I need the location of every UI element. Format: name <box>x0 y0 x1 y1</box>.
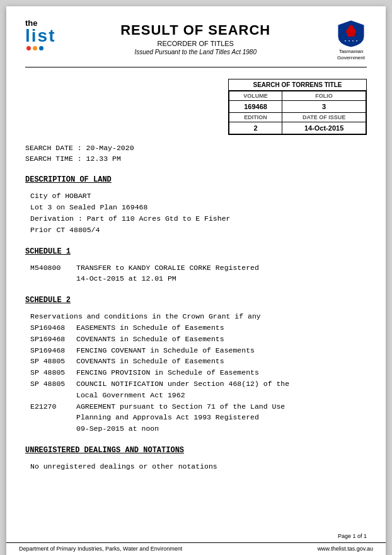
header-right: ★ ★ ★ ★ TasmanianGovernment <box>335 19 367 62</box>
sched2-row-9: Planning and Approvals Act 1993 Register… <box>30 412 367 423</box>
tas-gov-text: TasmanianGovernment <box>337 49 365 62</box>
sched2-row-4: SP 48805 COVENANTS in Schedule of Easeme… <box>30 356 367 367</box>
description-content: City of HOBART Lot 3 on Sealed Plan 1694… <box>25 190 367 235</box>
volume-label: VOLUME <box>229 91 282 100</box>
schedule2-title: SCHEDULE 2 <box>25 295 367 306</box>
folio-value: 3 <box>282 100 366 112</box>
sched2-desc-2: COVENANTS in Schedule of Easements <box>76 334 367 345</box>
sched2-desc-6: COUNCIL NOTIFICATION under Section 468(1… <box>76 378 367 390</box>
sched2-row-5: SP 48805 FENCING PROVISION in Schedule o… <box>30 367 367 378</box>
sched2-row-8: E21270 AGREEMENT pursuant to Section 71 … <box>30 401 367 412</box>
page-number: Page 1 of 1 <box>338 533 367 539</box>
sched2-id-5: SP 48805 <box>30 367 71 378</box>
header-left: the list <box>25 19 55 50</box>
search-time: SEARCH TIME : 12.33 PM <box>25 153 367 164</box>
torrens-title: SEARCH OF TORRENS TITLE <box>229 79 366 91</box>
description-title: DESCRIPTION OF LAND <box>25 174 367 185</box>
schedule1-title: SCHEDULE 1 <box>25 246 367 257</box>
sched2-row-6: SP 48805 COUNCIL NOTIFICATION under Sect… <box>30 378 367 390</box>
svg-text:★ ★ ★ ★: ★ ★ ★ ★ <box>344 39 357 43</box>
sched2-row-7: Local Government Act 1962 <box>30 390 367 401</box>
desc-line-4: Prior CT 48805/4 <box>30 225 367 236</box>
folio-label: FOLIO <box>282 91 366 100</box>
schedule1-section: SCHEDULE 1 M540800 TRANSFER to KANDY COR… <box>25 246 367 285</box>
date-issue-label: DATE OF ISSUE <box>282 112 366 122</box>
desc-line-1: City of HOBART <box>30 190 367 202</box>
date-issue-value: 14-Oct-2015 <box>282 122 366 134</box>
sched2-row-0: Reservations and conditions in the Crown… <box>30 311 367 322</box>
schedule1-desc: TRANSFER to KANDY CORALIE CORKE Register… <box>76 262 367 274</box>
sched2-id-2: SP169468 <box>30 334 71 345</box>
tas-gov-emblem: ★ ★ ★ ★ <box>335 19 367 47</box>
logo-dot-orange <box>33 46 37 50</box>
edition-label: EDITION <box>229 112 282 122</box>
schedule2-section: SCHEDULE 2 Reservations and conditions i… <box>25 295 367 435</box>
description-section: DESCRIPTION OF LAND City of HOBART Lot 3… <box>25 174 367 235</box>
sched2-desc-5: FENCING PROVISION in Schedule of Easemen… <box>76 367 367 378</box>
footer-right: www.thelist.tas.gov.au <box>318 546 373 552</box>
header-subtitle: RECORDER OF TITLES <box>158 40 234 47</box>
schedule1-row: M540800 TRANSFER to KANDY CORALIE CORKE … <box>30 262 367 274</box>
sched2-desc-4: COVENANTS in Schedule of Easements <box>76 356 367 367</box>
desc-line-2: Lot 3 on Sealed Plan 169468 <box>30 202 367 213</box>
desc-line-3: Derivation : Part of 110 Acres Gtd to E … <box>30 213 367 225</box>
sched2-id-4: SP 48805 <box>30 356 71 367</box>
unregistered-title: UNREGISTERED DEALINGS AND NOTATIONS <box>25 445 367 456</box>
schedule1-id: M540800 <box>30 262 71 274</box>
edition-value: 2 <box>229 122 282 134</box>
svg-point-1 <box>349 25 354 30</box>
header-issued: Issued Pursuant to the Land Titles Act 1… <box>134 49 257 56</box>
volume-value: 169468 <box>229 100 282 112</box>
sched2-id-6: SP 48805 <box>30 378 71 390</box>
schedule2-content: Reservations and conditions in the Crown… <box>25 311 367 435</box>
sched2-id-3: SP169468 <box>30 345 71 356</box>
main-content: SEARCH DATE : 20-May-2020 SEARCH TIME : … <box>25 143 367 472</box>
logo-dot-blue <box>39 46 43 50</box>
sched2-row-1: SP169468 EASEMENTS in Schedule of Easeme… <box>30 322 367 334</box>
torrens-box: SEARCH OF TORRENS TITLE VOLUME FOLIO 169… <box>228 79 367 135</box>
sched2-id-1: SP169468 <box>30 322 71 334</box>
sched2-row-2: SP169468 COVENANTS in Schedule of Easeme… <box>30 334 367 345</box>
sched2-id-8: E21270 <box>30 401 71 412</box>
tas-gov-logo: ★ ★ ★ ★ TasmanianGovernment <box>335 19 367 62</box>
sched2-desc-3: FENCING COVENANT in Schedule of Easement… <box>76 345 367 356</box>
unregistered-content: No unregistered dealings or other notati… <box>25 461 367 472</box>
torrens-table: VOLUME FOLIO 169468 3 EDITION DATE OF IS… <box>229 91 366 134</box>
logo-dots <box>25 46 43 50</box>
unregistered-text: No unregistered dealings or other notati… <box>30 461 367 472</box>
unregistered-section: UNREGISTERED DEALINGS AND NOTATIONS No u… <box>25 445 367 472</box>
logo-list-text: list <box>25 27 55 45</box>
logo-dot-red <box>26 46 31 50</box>
sched2-row-10: 09-Sep-2015 at noon <box>30 423 367 435</box>
page: the list RESULT OF SEARCH RECORDER OF TI… <box>6 6 386 555</box>
header-center: RESULT OF SEARCH RECORDER OF TITLES Issu… <box>120 19 270 56</box>
sched2-desc-8: AGREEMENT pursuant to Section 71 of the … <box>76 401 367 412</box>
footer: Department of Primary Industries, Parks,… <box>6 542 386 552</box>
header-title: RESULT OF SEARCH <box>120 22 270 38</box>
logo: the list <box>25 19 55 50</box>
sched2-row-3: SP169468 FENCING COVENANT in Schedule of… <box>30 345 367 356</box>
footer-left: Department of Primary Industries, Parks,… <box>19 546 182 552</box>
header: the list RESULT OF SEARCH RECORDER OF TI… <box>25 19 367 67</box>
sched2-desc-1: EASEMENTS in Schedule of Easements <box>76 322 367 334</box>
schedule1-date: 14-Oct-2015 at 12.01 PM <box>30 273 367 284</box>
search-date: SEARCH DATE : 20-May-2020 <box>25 143 367 153</box>
search-info: SEARCH DATE : 20-May-2020 SEARCH TIME : … <box>25 143 367 165</box>
schedule1-content: M540800 TRANSFER to KANDY CORALIE CORKE … <box>25 262 367 285</box>
sched2-desc-0: Reservations and conditions in the Crown… <box>30 312 261 320</box>
